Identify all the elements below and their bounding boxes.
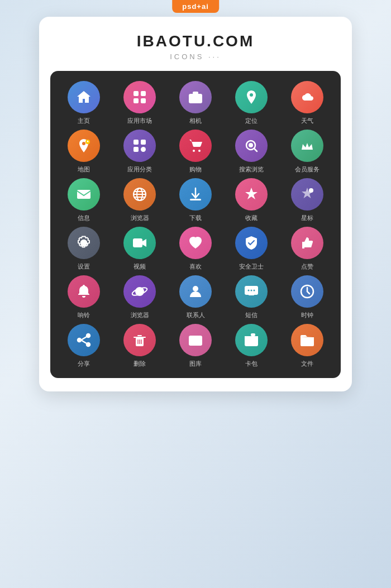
icon-label-like: 喜欢 xyxy=(189,262,202,271)
icon-label-gallery: 图库 xyxy=(189,360,202,368)
icon-circle-settings xyxy=(68,227,100,259)
svg-rect-17 xyxy=(77,190,90,199)
icon-circle-appmarket xyxy=(123,81,156,113)
icon-item-share[interactable]: 分享 xyxy=(60,324,108,368)
icon-label-clock: 时钟 xyxy=(301,311,313,319)
svg-line-38 xyxy=(81,337,87,340)
icon-circle-appcategory xyxy=(123,130,156,162)
icon-row-4: 响铃浏览器联系人短信时钟 xyxy=(56,275,335,319)
icon-item-browser[interactable]: 浏览器 xyxy=(116,178,164,222)
icon-item-clock[interactable]: 时钟 xyxy=(283,275,331,319)
icon-label-planet: 浏览器 xyxy=(131,311,149,319)
icon-label-file: 文件 xyxy=(301,360,313,368)
icon-item-download[interactable]: 下载 xyxy=(171,178,220,222)
svg-rect-49 xyxy=(251,333,255,336)
icon-circle-gallery xyxy=(179,324,212,356)
icon-item-appcategory[interactable]: 应用分类 xyxy=(116,130,164,174)
icon-circle-collect xyxy=(235,178,268,211)
svg-point-6 xyxy=(194,97,197,100)
icon-circle-searchbrowser xyxy=(235,130,268,162)
icon-label-bell: 响铃 xyxy=(78,311,90,319)
icon-label-delete: 删除 xyxy=(133,360,146,368)
icon-item-location[interactable]: 定位 xyxy=(227,81,275,125)
icon-label-camera: 相机 xyxy=(189,117,202,125)
icon-item-file[interactable]: 文件 xyxy=(283,324,331,368)
svg-point-12 xyxy=(141,147,146,152)
icon-label-download: 下载 xyxy=(189,214,202,222)
icon-label-contact: 联系人 xyxy=(187,311,205,319)
svg-rect-3 xyxy=(141,98,146,103)
icon-item-weather[interactable]: 天气 xyxy=(283,81,331,125)
icon-item-member[interactable]: 会员服务 xyxy=(283,130,331,174)
icon-circle-like xyxy=(179,227,212,259)
icon-circle-member xyxy=(291,130,323,162)
icon-circle-security xyxy=(235,227,268,259)
icon-circle-bell xyxy=(68,275,100,308)
icon-label-settings: 设置 xyxy=(78,262,90,271)
icon-label-home: 主页 xyxy=(78,117,90,125)
svg-rect-10 xyxy=(141,140,146,145)
icon-item-wallet[interactable]: 卡包 xyxy=(227,324,275,368)
icon-label-collect: 收藏 xyxy=(245,214,258,222)
icon-item-message[interactable]: 信息 xyxy=(60,178,108,222)
icon-circle-sms xyxy=(235,275,268,308)
icon-item-thumb[interactable]: 点赞 xyxy=(283,227,331,271)
svg-point-48 xyxy=(254,341,256,344)
icon-item-searchbrowser[interactable]: 搜索浏览 xyxy=(227,130,275,174)
icon-item-gallery[interactable]: 图库 xyxy=(171,324,220,368)
icon-label-security: 安全卫士 xyxy=(239,262,264,271)
icon-circle-delete xyxy=(123,324,156,356)
icon-label-member: 会员服务 xyxy=(295,165,320,174)
svg-rect-26 xyxy=(133,238,142,247)
icon-circle-share xyxy=(68,324,100,356)
icon-item-video[interactable]: 视频 xyxy=(116,227,164,271)
icon-label-appmarket: 应用市场 xyxy=(127,117,152,125)
icon-label-searchbrowser: 搜索浏览 xyxy=(239,165,264,174)
svg-rect-23 xyxy=(190,199,201,200)
icon-circle-file xyxy=(291,324,323,356)
icon-label-message: 信息 xyxy=(78,214,90,222)
icon-item-delete[interactable]: 删除 xyxy=(116,324,164,368)
icon-item-bell[interactable]: 响铃 xyxy=(60,275,108,319)
icon-item-planet[interactable]: 浏览器 xyxy=(116,275,164,319)
icon-item-like[interactable]: 喜欢 xyxy=(171,227,220,271)
format-badge: psd+ai xyxy=(172,0,219,13)
site-subtitle: ICONS ··· xyxy=(170,52,221,61)
icon-circle-clock xyxy=(291,275,323,308)
icon-item-sms[interactable]: 短信 xyxy=(227,275,275,319)
icon-label-browser: 浏览器 xyxy=(131,214,149,222)
icon-circle-bookmark xyxy=(291,178,323,211)
icon-circle-location xyxy=(235,81,268,113)
icon-item-collect[interactable]: 收藏 xyxy=(227,178,275,222)
icon-item-shop[interactable]: 购物 xyxy=(171,130,220,174)
icon-label-wallet: 卡包 xyxy=(245,360,258,368)
icon-label-video: 视频 xyxy=(133,262,146,271)
svg-rect-7 xyxy=(193,92,198,94)
icon-circle-camera xyxy=(179,81,212,113)
svg-rect-47 xyxy=(245,336,258,339)
icon-circle-wallet xyxy=(235,324,268,356)
icon-label-sms: 短信 xyxy=(245,311,258,319)
icon-item-settings[interactable]: 设置 xyxy=(60,227,108,271)
icon-item-home[interactable]: 主页 xyxy=(60,81,108,125)
svg-rect-2 xyxy=(133,98,139,103)
svg-point-13 xyxy=(193,150,195,152)
icon-label-share: 分享 xyxy=(78,360,90,368)
svg-line-39 xyxy=(81,340,87,343)
icon-circle-home xyxy=(68,81,100,113)
icon-item-contact[interactable]: 联系人 xyxy=(171,275,220,319)
svg-point-24 xyxy=(309,188,313,193)
icon-item-bookmark[interactable]: 星标 xyxy=(283,178,331,222)
svg-point-14 xyxy=(198,150,201,152)
icon-label-shop: 购物 xyxy=(189,165,202,174)
icon-item-security[interactable]: 安全卫士 xyxy=(227,227,275,271)
site-title: IBAOTU.COM xyxy=(137,32,254,50)
svg-rect-11 xyxy=(133,147,139,152)
icon-item-map[interactable]: 地图 xyxy=(60,130,108,174)
icon-item-appmarket[interactable]: 应用市场 xyxy=(116,81,164,125)
icon-item-camera[interactable]: 相机 xyxy=(171,81,220,125)
icon-circle-message xyxy=(68,178,100,211)
icon-row-1: 地图应用分类购物搜索浏览会员服务 xyxy=(56,130,335,174)
svg-point-32 xyxy=(251,290,252,291)
icon-row-2: 信息浏览器下载收藏星标 xyxy=(56,178,335,222)
